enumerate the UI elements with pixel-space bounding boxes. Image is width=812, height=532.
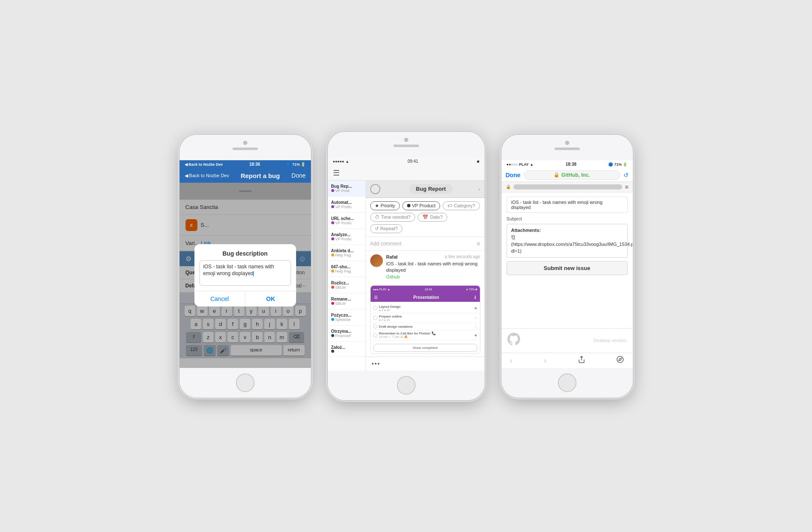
camera-1 [243,141,247,145]
more-options-dots[interactable]: ••• [372,360,381,367]
url-text[interactable] [513,184,623,189]
status-right-1: 🔵 71% 🔋 [286,162,305,167]
home-button-3[interactable] [558,373,576,392]
status-time-1: 18:36 [249,162,260,167]
dialog-ok-button[interactable]: OK [245,291,296,306]
thumb-nav-title: Presentation [413,295,439,300]
comment-meta: Rafał a few seconds ago [386,254,480,259]
comment-link[interactable]: Github [386,274,480,279]
thumb-info-icon: ℹ [474,295,476,300]
tag-date[interactable]: 📅 Date? [418,213,447,222]
comment-time: a few seconds ago [445,254,480,259]
ssl-badge: 🔒 GitHub, Inc. [524,170,620,180]
phone2-bottom-bar: ••• [366,357,485,370]
thumb-star-2: ☆ [474,316,477,320]
tag-priority-label: Priority [381,203,395,208]
sidebar-item-url[interactable]: URL sche... VP Produ [328,213,366,229]
sidebar-item-rozlicz[interactable]: Rozlicz... SBLW [328,277,366,293]
comment-author: Rafał [386,254,398,259]
sidebar-item-remane[interactable]: Remane... SBLW [328,293,366,309]
dot-analyze [331,237,334,240]
dialog-cancel-button[interactable]: Cancel [194,291,246,306]
github-subject-input[interactable]: iOS - task list - task names with emoji … [507,197,628,213]
reload-icon[interactable]: ↺ [624,172,629,178]
home-button-2[interactable] [397,376,416,395]
svg-marker-1 [619,358,621,361]
status-bar-1: ◀ Back to Nozbe Dev 18:36 🔵 71% 🔋 [180,160,311,169]
back-browser-icon[interactable]: ‹ [510,356,513,365]
phone-1: ◀ Back to Nozbe Dev 18:36 🔵 71% 🔋 ◀ ◀ Ba… [180,135,311,398]
home-button-1[interactable] [236,373,255,392]
clock-icon: ⏱ [375,214,380,220]
dialog-input[interactable]: iOS - task list - task names with emoji … [200,260,291,286]
phone3-navbar: Done 🔒 GitHub, Inc. ↺ [502,169,633,182]
bug-report-title: Bug Report [409,184,453,194]
thumb-status-bar: ●●● PLAY ▲ 18:34 ♦ 72% ■ [371,286,480,292]
dot-automat [331,205,334,208]
ssl-domain: GitHub, Inc. [561,172,590,178]
done-button-3[interactable]: Done [506,172,521,178]
compass-icon[interactable] [616,356,624,365]
github-submit-button[interactable]: Submit new issue [507,261,628,275]
tag-category-label: Category? [454,203,475,208]
desktop-version-link[interactable]: Desktop version [593,338,627,343]
thumb-list-item-2: Prepare outline ● 3 ● 2h ☆ [373,313,477,323]
tag-date-label: Date? [430,214,442,220]
thumb-item-sub-1: ● 2 ● 8h [379,309,472,312]
tag-repeat[interactable]: ↺ Repeat? [370,224,403,233]
thumb-circle-4 [373,333,377,337]
thumb-star-3: ☆ [474,324,477,329]
phone-2: ●●●●● ▲ 09:41 ■ ☰ Bug Rep... VP Prod Aut… [328,132,485,401]
thumb-nav-bar: ☰ Presentation ℹ [371,292,480,302]
phone-1-bottom [180,368,311,398]
svg-point-0 [617,357,624,363]
sidebar-item-zaloz[interactable]: Założ... [328,342,366,357]
forward-browser-icon[interactable]: › [544,356,547,365]
camera-3 [565,141,569,145]
dot-otrzyma [331,334,334,337]
thumb-item-text-2: Prepare outline [379,315,472,318]
page-title-1: Report a bug [241,172,280,179]
speaker-2 [394,145,419,147]
chevron-right-icon: › [478,186,480,192]
sidebar-item-otrzyma[interactable]: Otrzyma... FinanceF [328,326,366,342]
phone2-body: Bug Rep... VP Prod Automat... VP Produ U… [328,181,485,371]
comment-placeholder[interactable]: Add comment [370,241,474,247]
status-right-2: ■ [477,159,479,164]
status-bar-2: ●●●●● ▲ 09:41 ■ [328,157,485,166]
dot-bugrep [331,189,334,192]
github-footer: Desktop version [502,328,633,353]
tag-category[interactable]: 🏷 Category? [443,201,480,210]
share-icon[interactable] [578,356,585,365]
sidebar-item-pozyczo[interactable]: Pożyczo... Sylweste [328,309,366,326]
comment-text: iOS - task list - task names with emoji … [386,261,480,274]
thumb-item-sub-4: 15 min ☆ 7 Jan 16 🔥 [379,335,472,339]
thumb-item-text-1: Layout Design [379,305,472,309]
dialog-overlay: Bug description iOS - task list - task n… [180,183,311,368]
comment-entry: Rafał a few seconds ago iOS - task list … [366,251,485,283]
tag-priority[interactable]: ★ Priority [370,201,400,210]
thumb-show-completed[interactable]: Show completed [373,344,477,352]
sidebar-item-bugrep[interactable]: Bug Rep... VP Prod [328,181,366,197]
report-circle [370,184,380,194]
comment-area: Add comment ≡ [366,237,485,251]
tag-time[interactable]: ⏱ Time needed? [370,213,416,222]
tag-vp-product[interactable]: VP Product [402,201,440,210]
menu-icon-2[interactable]: ☰ [333,168,340,178]
dot-047 [331,270,334,273]
url-menu-icon[interactable]: ≡ [625,184,628,190]
sidebar-item-ankieta[interactable]: Ankieta d... Help Pag [328,245,366,261]
status-bar-3: ●●○○○ PLAY ▲ 18:38 🔵 71% 🔋 [502,160,633,169]
phone-2-top [328,132,485,157]
github-body-textarea[interactable]: Attachments: ![] (https://www.dropbox.co… [507,224,628,258]
sidebar-item-047[interactable]: 047-sho... Help Pag [328,261,366,277]
github-form: iOS - task list - task names with emoji … [502,192,633,328]
status-left-1: ◀ Back to Nozbe Dev [185,162,223,167]
tag-time-label: Time needed? [381,214,411,220]
sidebar-item-automat[interactable]: Automat... VP Produ [328,197,366,213]
dot-url [331,221,334,224]
dialog-box: Bug description iOS - task list - task n… [194,244,296,306]
sidebar-item-analyze[interactable]: Analyze... VP Produ [328,229,366,245]
done-button-1[interactable]: Done [291,172,305,179]
back-button-1[interactable]: ◀ ◀ Back to Nozbe DevBack to Nozbe Dev [185,173,229,178]
